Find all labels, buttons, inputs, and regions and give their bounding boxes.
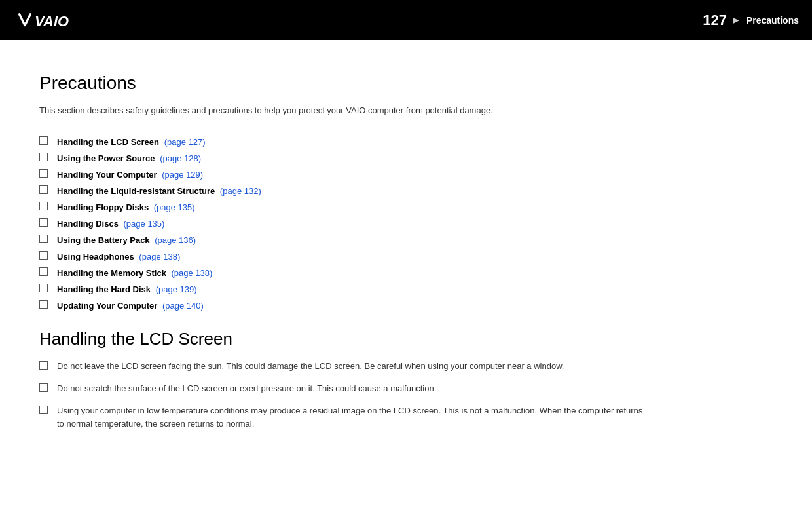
checkbox-icon xyxy=(39,406,48,414)
checkbox-icon xyxy=(39,383,48,392)
toc-item-label: Handling the Memory Stick (page 138) xyxy=(57,268,212,278)
section-item-text: Using your computer in low temperature c… xyxy=(57,404,646,431)
toc-list-item: Handling the Memory Stick (page 138) xyxy=(39,267,681,278)
toc-item-link[interactable]: (page 139) xyxy=(156,284,197,294)
toc-item-link[interactable]: (page 129) xyxy=(162,170,203,180)
section-list-item: Do not scratch the surface of the LCD sc… xyxy=(39,382,681,395)
section-list: Do not leave the LCD screen facing the s… xyxy=(39,360,681,431)
checkbox-icon xyxy=(39,300,48,309)
toc-item-label: Using Headphones (page 138) xyxy=(57,252,180,261)
checkbox-icon xyxy=(39,136,48,145)
checkbox-icon xyxy=(39,185,48,194)
toc-item-link[interactable]: (page 135) xyxy=(124,219,165,229)
toc-list-item: Using the Power Source (page 128) xyxy=(39,152,681,163)
toc-item-label: Handling the LCD Screen (page 127) xyxy=(57,137,206,147)
header-section-name: Precautions xyxy=(747,15,799,26)
vaio-logo: VAIO xyxy=(13,10,83,31)
toc-item-link[interactable]: (page 128) xyxy=(160,153,201,163)
toc-list-item: Handling Floppy Disks (page 135) xyxy=(39,201,681,212)
toc-item-link[interactable]: (page 140) xyxy=(162,301,204,311)
toc-item-label: Handling the Hard Disk (page 139) xyxy=(57,284,197,294)
section-item-text: Do not leave the LCD screen facing the s… xyxy=(57,360,564,373)
toc-item-label: Updating Your Computer (page 140) xyxy=(57,301,204,311)
section-list-item: Do not leave the LCD screen facing the s… xyxy=(39,360,681,373)
toc-list-item: Using Headphones (page 138) xyxy=(39,250,681,261)
toc-item-link[interactable]: (page 135) xyxy=(154,202,195,212)
checkbox-icon xyxy=(39,202,48,210)
checkbox-icon xyxy=(39,235,48,243)
toc-list-item: Handling Discs (page 135) xyxy=(39,218,681,229)
toc-list-item: Using the Battery Pack (page 136) xyxy=(39,234,681,245)
toc-item-label: Handling Discs (page 135) xyxy=(57,219,164,229)
toc-item-label: Using the Battery Pack (page 136) xyxy=(57,235,196,245)
main-content: Precautions This section describes safet… xyxy=(0,40,720,466)
checkbox-icon xyxy=(39,153,48,161)
toc-item-label: Handling the Liquid-resistant Structure … xyxy=(57,186,261,196)
toc-item-link[interactable]: (page 127) xyxy=(164,137,206,147)
checkbox-icon xyxy=(39,251,48,260)
toc-list-item: Updating Your Computer (page 140) xyxy=(39,299,681,311)
toc-list-item: Handling Your Computer (page 129) xyxy=(39,168,681,180)
toc-item-link[interactable]: (page 136) xyxy=(155,235,196,245)
toc-item-label: Handling Your Computer (page 129) xyxy=(57,170,203,180)
checkbox-icon xyxy=(39,361,48,370)
toc-item-link[interactable]: (page 132) xyxy=(220,186,261,196)
toc-list: Handling the LCD Screen (page 127)Using … xyxy=(39,136,681,311)
chevron-icon: ► xyxy=(731,14,741,26)
header: VAIO 127 ► Precautions xyxy=(0,0,812,40)
page-title: Precautions xyxy=(39,73,681,94)
checkbox-icon xyxy=(39,218,48,227)
toc-item-link[interactable]: (page 138) xyxy=(139,252,180,261)
section-item-text: Do not scratch the surface of the LCD sc… xyxy=(57,382,436,395)
checkbox-icon xyxy=(39,267,48,276)
checkbox-icon xyxy=(39,169,48,178)
checkbox-icon xyxy=(39,284,48,292)
toc-item-label: Handling Floppy Disks (page 135) xyxy=(57,202,195,212)
intro-text: This section describes safety guidelines… xyxy=(39,104,681,117)
section-title: Handling the LCD Screen xyxy=(39,329,681,349)
page-number: 127 xyxy=(703,12,727,29)
toc-item-link[interactable]: (page 138) xyxy=(171,268,212,278)
header-nav: 127 ► Precautions xyxy=(703,12,799,29)
toc-list-item: Handling the LCD Screen (page 127) xyxy=(39,136,681,147)
toc-list-item: Handling the Liquid-resistant Structure … xyxy=(39,185,681,196)
toc-item-label: Using the Power Source (page 128) xyxy=(57,153,201,163)
svg-text:VAIO: VAIO xyxy=(35,13,69,29)
section-list-item: Using your computer in low temperature c… xyxy=(39,404,681,431)
toc-list-item: Handling the Hard Disk (page 139) xyxy=(39,283,681,294)
